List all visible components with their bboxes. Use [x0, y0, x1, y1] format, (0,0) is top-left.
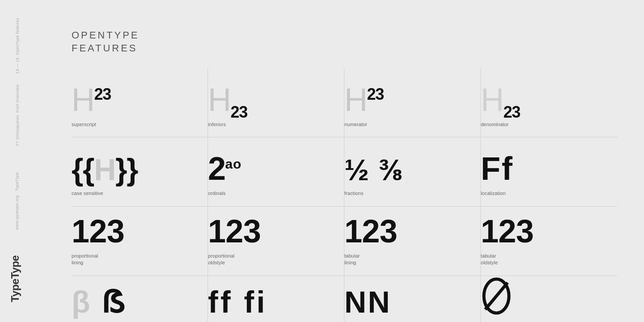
case-sensitive-label: case sensitive — [72, 190, 103, 197]
feature-localization: Ff localization — [481, 137, 617, 207]
inferiors-visual: H23 — [208, 84, 247, 116]
svg-line-1 — [485, 283, 508, 309]
proportional-lining-label: proportional lining — [72, 253, 98, 267]
proportional-oldstyle-visual: 123 — [208, 215, 261, 247]
brand-logo: TypeType — [9, 255, 30, 302]
superscript-visual: H23 — [72, 84, 111, 116]
page-info: 13 — 16 OpenType features — [14, 18, 45, 74]
website: www.typetype.org — [14, 195, 45, 230]
numerator-label: numerator — [344, 121, 367, 128]
page-container: 13 — 16 OpenType features TT Octosquares… — [0, 0, 644, 322]
feature-case-sensitive: {{H}} case sensitive — [72, 137, 208, 207]
tabular-lining-label: tabular lining — [344, 253, 360, 267]
feature-proportional-oldstyle: 123 proportional oldstyle — [208, 207, 344, 276]
feature-discretionary-ligatures: NN discretionary ligatures — [344, 276, 481, 322]
superscript-label: superscript — [72, 121, 96, 128]
header-row: OPENTYPE FEATURES — [72, 27, 617, 68]
title-area: OPENTYPE FEATURES — [72, 27, 170, 68]
feature-inferiors: H23 inferiors — [208, 68, 344, 137]
denominator-visual: H23 — [481, 84, 520, 116]
feature-tabular-lining: 123 tabular lining — [344, 207, 481, 276]
proportional-oldstyle-label: proportional oldstyle — [208, 253, 234, 267]
feature-proportional-lining: 123 proportional lining — [72, 207, 208, 276]
denominator-label: denominator — [481, 121, 508, 128]
fractions-visual: ½ ⅜ — [344, 155, 403, 185]
feature-contextual-alternates: β ẞ contextual alternates — [72, 276, 208, 322]
company-name: TypeType — [14, 172, 45, 191]
tabular-oldstyle-visual: 123 — [481, 215, 534, 247]
localization-label: localization — [481, 190, 506, 197]
feature-fractions: ½ ⅜ fractions — [344, 137, 481, 207]
localization-visual: Ff — [481, 153, 514, 185]
feature-superscript: H23 superscript — [72, 68, 208, 137]
font-overview: TT Octosquares Font Overview — [14, 85, 45, 146]
tabular-lining-visual: 123 — [344, 215, 397, 247]
case-sensitive-visual: {{H}} — [72, 154, 138, 185]
features-grid: H23 superscript H23 inferiors H23 numera… — [72, 68, 617, 322]
main-content: OPENTYPE FEATURES H23 superscript H23 in… — [45, 0, 644, 322]
ordinals-label: ordinals — [208, 190, 225, 197]
discretionary-ligatures-visual: NN — [344, 287, 391, 317]
proportional-lining-visual: 123 — [72, 215, 124, 247]
feature-tabular-oldstyle: 123 tabular oldstyle — [481, 207, 617, 276]
ordinals-visual: 2ao — [208, 153, 242, 185]
numerator-visual: H23 — [344, 84, 384, 116]
fractions-label: fractions — [344, 190, 364, 197]
slashed-zero-visual — [481, 276, 512, 317]
standard-ligatures-visual: ff fi — [208, 287, 267, 317]
feature-standard-ligatures: ff fi standard ligatures — [208, 276, 344, 322]
feature-numerator: H23 numerator — [344, 68, 481, 137]
feature-ordinals: 2ao ordinals — [208, 137, 344, 207]
sidebar: 13 — 16 OpenType features TT Octosquares… — [0, 0, 45, 322]
inferiors-label: inferiors — [208, 121, 226, 128]
feature-denominator: H23 denominator — [481, 68, 617, 137]
feature-slashed-zero: slashed zero — [481, 276, 617, 322]
contextual-alternates-visual: β ẞ — [72, 287, 127, 317]
tabular-oldstyle-label: tabular oldstyle — [481, 253, 498, 267]
section-title: OPENTYPE FEATURES — [72, 29, 170, 55]
